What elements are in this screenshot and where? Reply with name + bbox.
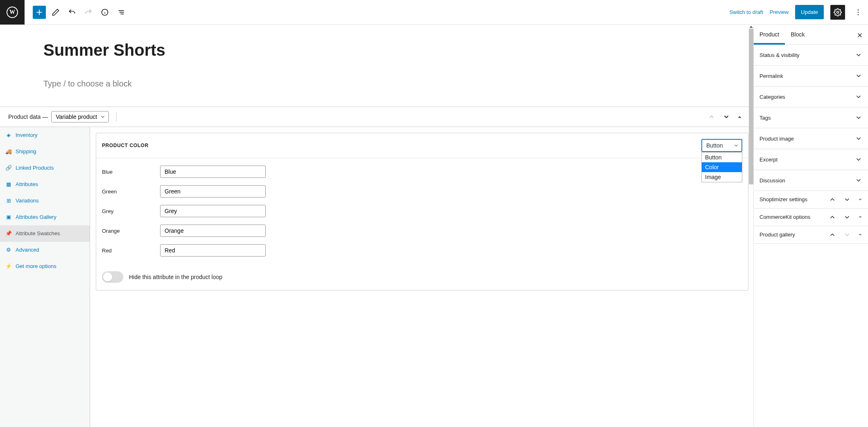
more-options-button[interactable]	[852, 6, 865, 19]
sidebar-close-button[interactable]	[854, 30, 866, 41]
sidebar-tab-product[interactable]: Product	[754, 25, 785, 44]
chevron-down-icon	[855, 135, 862, 142]
chevron-down-icon[interactable]	[843, 231, 851, 238]
swatch-row-label: Orange	[102, 228, 154, 234]
switch-to-draft-button[interactable]: Switch to draft	[729, 9, 763, 15]
chevron-down-icon[interactable]	[843, 196, 851, 203]
caret-down-icon[interactable]	[858, 215, 862, 219]
hide-attribute-label: Hide this attribute in the product loop	[129, 274, 222, 280]
add-block-button[interactable]	[33, 6, 46, 19]
swatch-row-input-blue[interactable]	[160, 166, 266, 178]
more-vertical-icon	[854, 8, 862, 16]
sidebar-tab-block[interactable]: Block	[785, 25, 810, 44]
svg-point-11	[858, 14, 859, 15]
product-data-tabs: ◈Inventory 🚚Shipping 🔗Linked Products ▦A…	[0, 127, 90, 427]
sidebar-section-status[interactable]: Status & visibility	[754, 45, 868, 66]
sidebar-section-product-image[interactable]: Product image	[754, 128, 868, 149]
sidebar-section-label: Discussion	[760, 177, 785, 184]
editor-column: Summer Shorts Type / to choose a block P…	[0, 25, 753, 427]
panel-title: PRODUCT COLOR	[102, 143, 149, 148]
caret-down-icon[interactable]	[858, 233, 862, 237]
gallery-icon: ▣	[6, 214, 11, 220]
swatch-row-input-red[interactable]	[160, 244, 266, 257]
chevron-down-icon	[855, 51, 862, 59]
sidebar-section-excerpt[interactable]: Excerpt	[754, 149, 868, 170]
tab-get-more-options[interactable]: ⚡Get more options	[0, 258, 90, 275]
tab-advanced[interactable]: ⚙Advanced	[0, 242, 90, 258]
sidebar-section-tags[interactable]: Tags	[754, 107, 868, 128]
update-button[interactable]: Update	[795, 5, 824, 19]
tab-attribute-swatches[interactable]: 📌Attribute Swatches	[0, 225, 90, 242]
collapse-up-button[interactable]	[708, 113, 715, 120]
block-placeholder[interactable]: Type / to choose a block	[43, 79, 745, 89]
outline-button[interactable]	[115, 6, 128, 19]
tab-inventory-label: Inventory	[16, 132, 37, 138]
swatch-row-input-grey[interactable]	[160, 205, 266, 217]
settings-toggle-button[interactable]	[830, 5, 845, 20]
hide-attribute-toggle[interactable]	[102, 271, 123, 283]
swatch-type-select[interactable]: Button	[701, 139, 742, 152]
tab-shipping[interactable]: 🚚Shipping	[0, 143, 90, 160]
chevron-up-icon[interactable]	[829, 231, 836, 238]
sidebar-section-label: Product gallery	[760, 232, 795, 238]
preview-button[interactable]: Preview	[770, 9, 789, 15]
sidebar-section-label: Permalink	[760, 73, 783, 79]
collapse-down-button[interactable]	[723, 113, 730, 120]
dropdown-option-image[interactable]: Image	[702, 172, 742, 182]
dropdown-option-color[interactable]: Color	[702, 162, 742, 172]
caret-up-button[interactable]	[737, 115, 742, 119]
sidebar-section-shoptimizer[interactable]: Shoptimizer settings	[754, 191, 868, 209]
scrollbar-thumb[interactable]	[749, 29, 753, 184]
toolbar-left	[25, 6, 128, 19]
product-type-select-wrap: Variable product	[51, 111, 109, 123]
redo-button[interactable]	[82, 6, 95, 19]
wp-logo-button[interactable]: W	[0, 0, 25, 25]
product-data-content: PRODUCT COLOR Button Button Color Image	[90, 127, 753, 427]
wordpress-icon: W	[7, 7, 18, 18]
sidebar-section-commercekit[interactable]: CommerceKit options	[754, 209, 868, 226]
tab-linked-products[interactable]: 🔗Linked Products	[0, 160, 90, 176]
lightning-icon: ⚡	[6, 263, 11, 269]
chevron-down-icon	[855, 114, 862, 121]
swatch-row-label: Grey	[102, 208, 154, 214]
post-title[interactable]: Summer Shorts	[43, 41, 745, 59]
dropdown-option-button[interactable]: Button	[702, 152, 742, 162]
sidebar-section-permalink[interactable]: Permalink	[754, 66, 868, 86]
swatch-row-input-orange[interactable]	[160, 225, 266, 237]
product-type-select[interactable]: Variable product	[51, 111, 109, 123]
sidebar-section-gallery[interactable]: Product gallery	[754, 226, 868, 244]
pencil-icon	[52, 8, 60, 16]
list-icon: ▦	[6, 181, 11, 187]
chevron-up-icon[interactable]	[829, 214, 836, 221]
sidebar-section-discussion[interactable]: Discussion	[754, 170, 868, 191]
tab-attributes-gallery[interactable]: ▣Attributes Gallery	[0, 209, 90, 225]
chevron-up-icon[interactable]	[829, 196, 836, 203]
right-sidebar: Product Block Status & visibility Permal…	[753, 25, 868, 427]
chevron-down-icon[interactable]	[843, 214, 851, 221]
tab-variations-label: Variations	[16, 198, 39, 204]
tab-inventory[interactable]: ◈Inventory	[0, 127, 90, 143]
panel-collapse-controls	[708, 113, 745, 120]
swatch-row-input-green[interactable]	[160, 185, 266, 198]
tab-advanced-label: Advanced	[16, 247, 39, 253]
info-button[interactable]	[98, 6, 111, 19]
swatch-type-select-wrap: Button Button Color Image	[701, 139, 742, 152]
svg-point-9	[858, 9, 859, 10]
tab-attributes[interactable]: ▦Attributes	[0, 176, 90, 193]
caret-down-icon[interactable]	[858, 198, 862, 202]
swatch-row-label: Blue	[102, 169, 154, 175]
pin-icon: 📌	[6, 230, 11, 236]
swatch-row-label: Green	[102, 189, 154, 195]
redo-icon	[84, 8, 93, 16]
tab-get-more-options-label: Get more options	[16, 263, 57, 269]
sidebar-section-label: Excerpt	[760, 157, 778, 163]
swatch-row: Orange	[102, 225, 742, 237]
hide-attribute-row: Hide this attribute in the product loop	[96, 267, 748, 290]
edit-tools-button[interactable]	[49, 6, 62, 19]
sidebar-section-label: Status & visibility	[760, 52, 800, 58]
gear-icon: ⚙	[6, 247, 11, 253]
tab-attributes-label: Attributes	[16, 181, 38, 187]
undo-button[interactable]	[66, 6, 79, 19]
tab-variations[interactable]: ⊞Variations	[0, 193, 90, 209]
sidebar-section-categories[interactable]: Categories	[754, 86, 868, 107]
